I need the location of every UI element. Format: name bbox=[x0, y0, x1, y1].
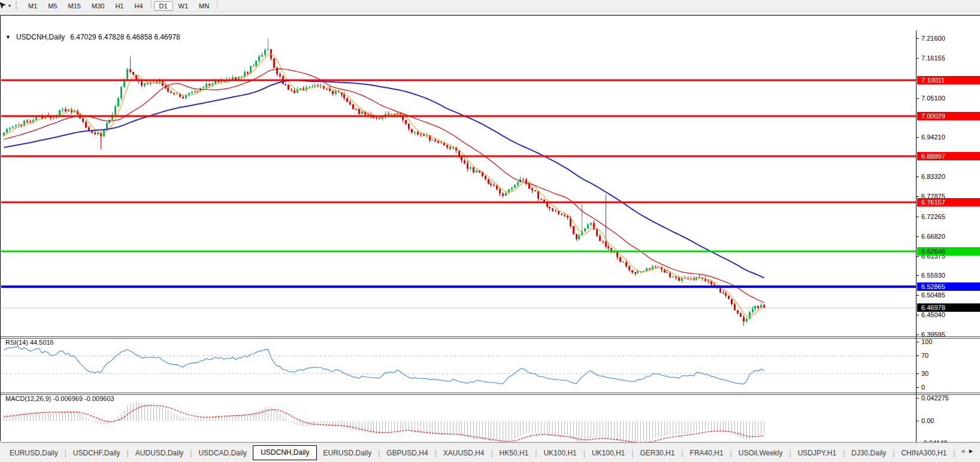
cursor-tool-icon[interactable] bbox=[0, 1, 7, 10]
axis-tick-mark bbox=[916, 398, 919, 399]
timeframe-button-m15[interactable]: M15 bbox=[63, 1, 86, 11]
axis-tick-mark bbox=[916, 342, 919, 342]
axis-tick-mark bbox=[916, 295, 919, 296]
axis-tick-mark bbox=[916, 335, 919, 335]
toolbar-separator bbox=[151, 1, 152, 8]
price-axis-label: 6.83320 bbox=[921, 173, 945, 181]
tab-separator: | bbox=[730, 449, 732, 457]
timeframe-button-m1[interactable]: M1 bbox=[23, 1, 43, 11]
tab-separator: | bbox=[535, 449, 537, 457]
tab-separator: | bbox=[953, 449, 955, 457]
chart-symbol-label: USDCNH,Daily bbox=[16, 33, 65, 41]
axis-tick-mark bbox=[916, 387, 919, 388]
chart-tab-china300-h1[interactable]: CHINA300,H1 bbox=[895, 446, 952, 460]
cursor-tool-caret-icon[interactable]: ▾ bbox=[8, 3, 11, 8]
tab-scroll-right-icon[interactable]: ► bbox=[968, 448, 976, 454]
main-chart-canvas[interactable] bbox=[1, 31, 916, 336]
rsi-indicator-label: RSI(14) 44.5016 bbox=[5, 339, 54, 346]
timeframe-button-mn[interactable]: MN bbox=[193, 1, 214, 11]
tab-separator: | bbox=[583, 449, 585, 457]
price-axis-label: 0 bbox=[921, 384, 925, 391]
axis-tick-mark bbox=[916, 373, 919, 374]
chart-tab-bar: EURUSD,Daily|USDCHF,Daily|AUDUSD,Daily|U… bbox=[0, 442, 980, 462]
red-price-line-badge: 7.00029 bbox=[917, 112, 980, 120]
chart-tab-usdjpy-h1[interactable]: USDJPY,H1 bbox=[792, 446, 842, 460]
macd-panel-canvas[interactable] bbox=[1, 395, 916, 444]
trading-terminal-window: { "toolbar": { "caret": "▾", "timeframes… bbox=[0, 0, 980, 462]
chart-tab-audusd-daily[interactable]: AUDUSD,Daily bbox=[129, 446, 190, 460]
tab-separator: | bbox=[190, 449, 192, 457]
blue-price-line-badge: 6.52865 bbox=[917, 282, 980, 291]
tab-separator: | bbox=[843, 449, 845, 457]
timeframe-button-h1[interactable]: H1 bbox=[110, 1, 129, 11]
price-axis-label: 6.55930 bbox=[921, 272, 945, 279]
axis-tick-mark bbox=[916, 177, 919, 177]
chart-tab-eurusd-daily[interactable]: EURUSD,Daily bbox=[317, 446, 377, 460]
chart-tab-fra40-h1[interactable]: FRA40,H1 bbox=[684, 446, 730, 460]
chart-tab-usdcnh-daily[interactable]: USDCNH,Daily bbox=[253, 445, 317, 460]
price-axis[interactable]: 7.216007.161557.100117.051007.000296.942… bbox=[916, 31, 980, 445]
macd-name: MACD(12,26,9) bbox=[5, 395, 51, 402]
symbol-dropdown-icon[interactable]: ▼ bbox=[5, 34, 11, 40]
tab-separator: | bbox=[790, 449, 791, 457]
panel-splitter[interactable] bbox=[1, 336, 980, 339]
timeframe-button-w1[interactable]: W1 bbox=[173, 1, 194, 11]
chart-title: ▼ USDCNH,Daily 6.47029 6.47828 6.46858 6… bbox=[5, 33, 180, 41]
chart-tab-usdchf-daily[interactable]: USDCHF,Daily bbox=[67, 446, 126, 460]
tab-scroll-left-icon[interactable]: ◄ bbox=[960, 448, 968, 454]
tab-list: EURUSD,Daily|USDCHF,Daily|AUDUSD,Daily|U… bbox=[4, 445, 956, 461]
chart-tab-gbpusd-h4[interactable]: GBPUSD,H4 bbox=[380, 446, 434, 460]
chart-tab-eurusd-daily[interactable]: EURUSD,Daily bbox=[4, 446, 64, 460]
axis-tick-mark bbox=[916, 275, 919, 276]
axis-tick-mark bbox=[916, 217, 919, 217]
chart-tab-hk50-h1[interactable]: HK50,H1 bbox=[494, 446, 535, 460]
timeframe-button-h4[interactable]: H4 bbox=[129, 1, 148, 11]
rsi-value: 44.5016 bbox=[30, 339, 54, 346]
timeframe-button-d1[interactable]: D1 bbox=[154, 1, 173, 11]
green-price-line-badge: 6.62646 bbox=[917, 247, 980, 256]
chart-tab-dj30-daily[interactable]: DJ30,Daily bbox=[845, 446, 892, 460]
price-axis-label: 0.00 bbox=[921, 417, 934, 425]
price-axis-label: 7.16155 bbox=[921, 54, 945, 62]
chart-tab-xauusd-h4[interactable]: XAUUSD,H4 bbox=[437, 446, 491, 460]
price-axis-label: 7.05100 bbox=[921, 95, 945, 102]
chart-tab-uk100-h1[interactable]: UK100,H1 bbox=[586, 446, 631, 460]
chart-tab-uk100-h1[interactable]: UK100,H1 bbox=[537, 446, 582, 460]
tab-separator: | bbox=[631, 449, 633, 457]
chart-tab-usdcad-daily[interactable]: USDCAD,Daily bbox=[192, 446, 253, 460]
axis-tick-mark bbox=[916, 421, 919, 421]
axis-tick-mark bbox=[916, 58, 919, 59]
price-axis-label: 100 bbox=[921, 338, 932, 346]
axis-tick-mark bbox=[916, 256, 919, 257]
chart-tab-usoil-weekly[interactable]: USOil,Weekly bbox=[733, 446, 789, 460]
black-price-line-badge: 6.46978 bbox=[917, 303, 980, 312]
tab-separator: | bbox=[893, 449, 894, 457]
axis-tick-mark bbox=[916, 236, 919, 237]
tab-separator: | bbox=[491, 449, 492, 457]
macd-indicator-label: MACD(12,26,9) -0.006969 -0.009603 bbox=[5, 395, 114, 402]
rsi-panel-canvas[interactable] bbox=[1, 339, 916, 393]
price-axis-label: 0.042275 bbox=[921, 394, 949, 402]
timeframe-button-m30[interactable]: M30 bbox=[86, 1, 110, 11]
chart-ohlc-values: 6.47029 6.47828 6.46858 6.46978 bbox=[70, 33, 180, 41]
axis-tick-mark bbox=[916, 137, 919, 138]
timeframe-button-m5[interactable]: M5 bbox=[43, 1, 62, 11]
toolbar-grip[interactable] bbox=[16, 2, 19, 9]
axis-tick-mark bbox=[916, 98, 919, 99]
chart-tab-ger30-h1[interactable]: GER30,H1 bbox=[634, 446, 680, 460]
tab-scroll-arrows: ◄► bbox=[960, 448, 976, 454]
red-price-line-badge: 6.88897 bbox=[917, 152, 980, 160]
macd-values: -0.006969 -0.009603 bbox=[53, 395, 114, 402]
red-price-line-badge: 6.76157 bbox=[917, 198, 980, 206]
price-axis-label: 6.45040 bbox=[921, 311, 945, 319]
panel-splitter[interactable] bbox=[1, 393, 980, 395]
axis-tick-mark bbox=[916, 355, 919, 356]
rsi-name: RSI(14) bbox=[5, 339, 28, 346]
toolbar: ▾ M1M5M15M30H1H4D1W1MN bbox=[0, 0, 980, 11]
tab-separator: | bbox=[127, 449, 129, 457]
price-axis-label: 30 bbox=[921, 370, 928, 378]
price-axis-label: 6.94210 bbox=[921, 133, 945, 141]
price-axis-label: 6.50485 bbox=[921, 291, 945, 299]
tab-separator: | bbox=[435, 449, 437, 457]
axis-tick-mark bbox=[916, 315, 919, 315]
